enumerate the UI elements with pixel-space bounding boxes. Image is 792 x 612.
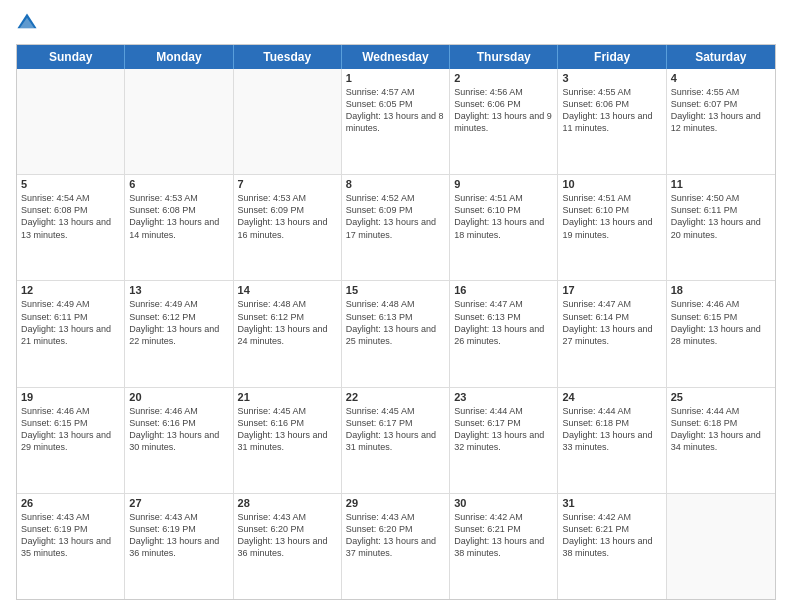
day-info: Sunrise: 4:55 AM Sunset: 6:06 PM Dayligh… [562, 86, 661, 135]
day-header-sunday: Sunday [17, 45, 125, 69]
day-info: Sunrise: 4:46 AM Sunset: 6:15 PM Dayligh… [21, 405, 120, 454]
day-info: Sunrise: 4:44 AM Sunset: 6:18 PM Dayligh… [562, 405, 661, 454]
day-cell-1: 1Sunrise: 4:57 AM Sunset: 6:05 PM Daylig… [342, 69, 450, 174]
day-number: 9 [454, 178, 553, 190]
week-row-2: 5Sunrise: 4:54 AM Sunset: 6:08 PM Daylig… [17, 174, 775, 280]
week-row-4: 19Sunrise: 4:46 AM Sunset: 6:15 PM Dayli… [17, 387, 775, 493]
logo [16, 12, 42, 34]
day-number: 6 [129, 178, 228, 190]
day-info: Sunrise: 4:45 AM Sunset: 6:17 PM Dayligh… [346, 405, 445, 454]
day-header-wednesday: Wednesday [342, 45, 450, 69]
day-cell-17: 17Sunrise: 4:47 AM Sunset: 6:14 PM Dayli… [558, 281, 666, 386]
day-cell-13: 13Sunrise: 4:49 AM Sunset: 6:12 PM Dayli… [125, 281, 233, 386]
day-number: 14 [238, 284, 337, 296]
day-info: Sunrise: 4:47 AM Sunset: 6:13 PM Dayligh… [454, 298, 553, 347]
day-number: 27 [129, 497, 228, 509]
day-info: Sunrise: 4:52 AM Sunset: 6:09 PM Dayligh… [346, 192, 445, 241]
day-number: 21 [238, 391, 337, 403]
day-number: 19 [21, 391, 120, 403]
day-number: 8 [346, 178, 445, 190]
day-cell-24: 24Sunrise: 4:44 AM Sunset: 6:18 PM Dayli… [558, 388, 666, 493]
day-cell-27: 27Sunrise: 4:43 AM Sunset: 6:19 PM Dayli… [125, 494, 233, 599]
day-cell-7: 7Sunrise: 4:53 AM Sunset: 6:09 PM Daylig… [234, 175, 342, 280]
day-info: Sunrise: 4:44 AM Sunset: 6:17 PM Dayligh… [454, 405, 553, 454]
day-cell-16: 16Sunrise: 4:47 AM Sunset: 6:13 PM Dayli… [450, 281, 558, 386]
day-number: 10 [562, 178, 661, 190]
day-number: 1 [346, 72, 445, 84]
day-info: Sunrise: 4:51 AM Sunset: 6:10 PM Dayligh… [454, 192, 553, 241]
day-number: 2 [454, 72, 553, 84]
day-cell-11: 11Sunrise: 4:50 AM Sunset: 6:11 PM Dayli… [667, 175, 775, 280]
day-cell-empty [17, 69, 125, 174]
day-number: 25 [671, 391, 771, 403]
page: SundayMondayTuesdayWednesdayThursdayFrid… [0, 0, 792, 612]
day-number: 30 [454, 497, 553, 509]
logo-icon [16, 12, 38, 34]
day-number: 20 [129, 391, 228, 403]
day-number: 5 [21, 178, 120, 190]
day-cell-26: 26Sunrise: 4:43 AM Sunset: 6:19 PM Dayli… [17, 494, 125, 599]
day-cell-20: 20Sunrise: 4:46 AM Sunset: 6:16 PM Dayli… [125, 388, 233, 493]
day-cell-18: 18Sunrise: 4:46 AM Sunset: 6:15 PM Dayli… [667, 281, 775, 386]
day-cell-28: 28Sunrise: 4:43 AM Sunset: 6:20 PM Dayli… [234, 494, 342, 599]
day-cell-12: 12Sunrise: 4:49 AM Sunset: 6:11 PM Dayli… [17, 281, 125, 386]
day-info: Sunrise: 4:54 AM Sunset: 6:08 PM Dayligh… [21, 192, 120, 241]
day-cell-empty [667, 494, 775, 599]
week-row-3: 12Sunrise: 4:49 AM Sunset: 6:11 PM Dayli… [17, 280, 775, 386]
day-number: 13 [129, 284, 228, 296]
day-number: 18 [671, 284, 771, 296]
day-number: 29 [346, 497, 445, 509]
calendar: SundayMondayTuesdayWednesdayThursdayFrid… [16, 44, 776, 600]
day-info: Sunrise: 4:43 AM Sunset: 6:19 PM Dayligh… [21, 511, 120, 560]
day-cell-3: 3Sunrise: 4:55 AM Sunset: 6:06 PM Daylig… [558, 69, 666, 174]
day-info: Sunrise: 4:43 AM Sunset: 6:20 PM Dayligh… [346, 511, 445, 560]
day-number: 4 [671, 72, 771, 84]
day-cell-31: 31Sunrise: 4:42 AM Sunset: 6:21 PM Dayli… [558, 494, 666, 599]
day-info: Sunrise: 4:55 AM Sunset: 6:07 PM Dayligh… [671, 86, 771, 135]
day-header-thursday: Thursday [450, 45, 558, 69]
day-number: 16 [454, 284, 553, 296]
day-number: 3 [562, 72, 661, 84]
day-number: 31 [562, 497, 661, 509]
day-info: Sunrise: 4:44 AM Sunset: 6:18 PM Dayligh… [671, 405, 771, 454]
day-number: 12 [21, 284, 120, 296]
day-cell-21: 21Sunrise: 4:45 AM Sunset: 6:16 PM Dayli… [234, 388, 342, 493]
day-info: Sunrise: 4:48 AM Sunset: 6:13 PM Dayligh… [346, 298, 445, 347]
day-cell-2: 2Sunrise: 4:56 AM Sunset: 6:06 PM Daylig… [450, 69, 558, 174]
day-info: Sunrise: 4:56 AM Sunset: 6:06 PM Dayligh… [454, 86, 553, 135]
day-info: Sunrise: 4:49 AM Sunset: 6:12 PM Dayligh… [129, 298, 228, 347]
day-cell-10: 10Sunrise: 4:51 AM Sunset: 6:10 PM Dayli… [558, 175, 666, 280]
day-number: 24 [562, 391, 661, 403]
day-info: Sunrise: 4:57 AM Sunset: 6:05 PM Dayligh… [346, 86, 445, 135]
day-info: Sunrise: 4:53 AM Sunset: 6:08 PM Dayligh… [129, 192, 228, 241]
day-info: Sunrise: 4:49 AM Sunset: 6:11 PM Dayligh… [21, 298, 120, 347]
day-cell-29: 29Sunrise: 4:43 AM Sunset: 6:20 PM Dayli… [342, 494, 450, 599]
day-header-tuesday: Tuesday [234, 45, 342, 69]
day-number: 11 [671, 178, 771, 190]
day-cell-8: 8Sunrise: 4:52 AM Sunset: 6:09 PM Daylig… [342, 175, 450, 280]
day-cell-30: 30Sunrise: 4:42 AM Sunset: 6:21 PM Dayli… [450, 494, 558, 599]
day-info: Sunrise: 4:53 AM Sunset: 6:09 PM Dayligh… [238, 192, 337, 241]
day-cell-23: 23Sunrise: 4:44 AM Sunset: 6:17 PM Dayli… [450, 388, 558, 493]
day-info: Sunrise: 4:47 AM Sunset: 6:14 PM Dayligh… [562, 298, 661, 347]
day-info: Sunrise: 4:46 AM Sunset: 6:15 PM Dayligh… [671, 298, 771, 347]
day-number: 22 [346, 391, 445, 403]
day-cell-25: 25Sunrise: 4:44 AM Sunset: 6:18 PM Dayli… [667, 388, 775, 493]
day-number: 15 [346, 284, 445, 296]
day-cell-15: 15Sunrise: 4:48 AM Sunset: 6:13 PM Dayli… [342, 281, 450, 386]
day-number: 7 [238, 178, 337, 190]
day-cell-6: 6Sunrise: 4:53 AM Sunset: 6:08 PM Daylig… [125, 175, 233, 280]
calendar-body: 1Sunrise: 4:57 AM Sunset: 6:05 PM Daylig… [17, 69, 775, 599]
day-cell-9: 9Sunrise: 4:51 AM Sunset: 6:10 PM Daylig… [450, 175, 558, 280]
day-cell-empty [125, 69, 233, 174]
day-header-friday: Friday [558, 45, 666, 69]
day-number: 26 [21, 497, 120, 509]
day-info: Sunrise: 4:48 AM Sunset: 6:12 PM Dayligh… [238, 298, 337, 347]
day-header-monday: Monday [125, 45, 233, 69]
day-header-saturday: Saturday [667, 45, 775, 69]
week-row-5: 26Sunrise: 4:43 AM Sunset: 6:19 PM Dayli… [17, 493, 775, 599]
day-info: Sunrise: 4:42 AM Sunset: 6:21 PM Dayligh… [562, 511, 661, 560]
week-row-1: 1Sunrise: 4:57 AM Sunset: 6:05 PM Daylig… [17, 69, 775, 174]
day-info: Sunrise: 4:51 AM Sunset: 6:10 PM Dayligh… [562, 192, 661, 241]
calendar-header: SundayMondayTuesdayWednesdayThursdayFrid… [17, 45, 775, 69]
